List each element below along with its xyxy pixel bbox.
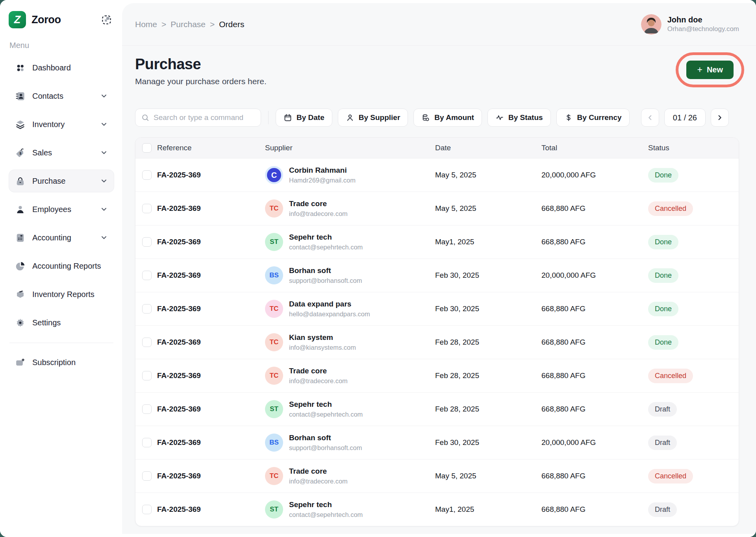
order-date: Feb 30, 2025 [430,304,537,313]
pagination: 01 / 26 [641,109,729,127]
breadcrumb-separator: > [210,20,215,29]
supplier-email: info@tradecore.com [289,210,348,218]
row-checkbox[interactable] [142,271,152,280]
sidebar-item-employees[interactable]: Employees [9,198,114,221]
select-all-checkbox[interactable] [142,143,152,153]
row-checkbox[interactable] [142,438,152,447]
user-email: Orhan@technology.com [667,25,739,33]
status-badge: Done [648,302,678,316]
supplier-email: contact@sepehrtech.com [289,511,363,519]
row-checkbox[interactable] [142,404,152,414]
reference-value: FA-2025-369 [157,472,201,480]
new-order-button[interactable]: + New [686,61,734,79]
supplier-name: Trade core [289,199,348,208]
sidebar-item-settings[interactable]: Settings [9,311,114,334]
table-row[interactable]: FA-2025-369 ST Sepehr tech contact@sepeh… [135,225,739,258]
order-total: 668,880 AFG [537,304,645,313]
row-checkbox[interactable] [142,170,152,180]
reference-value: FA-2025-369 [157,304,201,313]
table-row[interactable]: FA-2025-369 TC Trade core info@tradecore… [135,192,739,225]
order-date: Feb 28, 2025 [430,371,537,380]
search-box[interactable] [135,109,261,127]
user-menu[interactable]: John doe Orhan@technology.com [641,14,739,35]
table-row[interactable]: FA-2025-369 BS Borhan soft support@borha… [135,426,739,459]
status-badge: Done [648,335,678,350]
pie-chart-icon [15,261,26,271]
sidebar-item-inventory-reports[interactable]: Inventory Reports [9,283,114,306]
breadcrumb-home[interactable]: Home [135,20,157,29]
table-row[interactable]: FA-2025-369 C Corbin Rahmani Hamdr269@gm… [135,158,739,192]
table-row[interactable]: FA-2025-369 ST Sepehr tech contact@sepeh… [135,493,739,526]
table-row[interactable]: FA-2025-369 TC Trade core info@tradecore… [135,359,739,392]
order-date: Feb 30, 2025 [430,271,537,280]
page-subtitle: Manage your purchase orders here. [135,76,267,87]
employees-icon [15,204,26,215]
order-total: 668,880 AFG [537,338,645,347]
status-badge: Draft [648,402,677,417]
table-row[interactable]: FA-2025-369 TC Kian system info@kiansyst… [135,325,739,359]
sidebar-item-label: Accounting [32,233,71,242]
sidebar-item-inventory[interactable]: Inventory [9,113,114,136]
row-checkbox[interactable] [142,371,152,380]
sidebar-item-accounting[interactable]: Accounting [9,226,114,249]
filter-by-status-button[interactable]: By Status [487,109,551,127]
sidebar-item-contacts[interactable]: Contacts [9,85,114,107]
supplier-name: Trade core [289,467,348,476]
next-page-button[interactable] [711,109,729,127]
table-row[interactable]: FA-2025-369 TC Data expand pars hello@da… [135,292,739,325]
order-total: 20,000,000 AFG [537,171,645,179]
supplier-avatar: C [265,166,283,184]
filter-by-date-button[interactable]: By Date [276,109,332,127]
sidebar-item-purchase[interactable]: Purchase [9,170,114,192]
collapse-sidebar-icon [101,15,112,25]
sidebar-item-label: Inventory Reports [32,290,94,299]
supplier-name: Borhan soft [289,434,362,442]
row-checkbox[interactable] [142,338,152,347]
reference-value: FA-2025-369 [157,371,201,380]
chevron-down-icon [100,234,108,242]
breadcrumb-orders: Orders [219,20,244,29]
supplier-name: Sepehr tech [289,400,363,409]
status-badge: Done [648,268,678,283]
filter-by-supplier-button[interactable]: By Supplier [338,109,408,127]
sidebar-item-subscription[interactable]: Subscription [9,351,114,374]
supplier-avatar: TC [265,300,283,318]
inventory-layers-icon [15,119,26,130]
filter-by-currency-button[interactable]: By Currency [556,109,630,127]
collapse-sidebar-button[interactable] [98,12,114,28]
sidebar-item-accounting-reports[interactable]: Accounting Reports [9,255,114,277]
status-badge: Cancelled [648,369,693,383]
sidebar-item-label: Employees [32,205,71,214]
status-badge: Draft [648,436,677,450]
supplier-email: support@borhansoft.com [289,444,362,452]
supplier-avatar: TC [265,333,283,351]
reference-value: FA-2025-369 [157,438,201,447]
breadcrumb-separator: > [161,20,166,29]
filter-label: By Supplier [359,113,400,122]
table-row[interactable]: FA-2025-369 ST Sepehr tech contact@sepeh… [135,392,739,426]
row-checkbox[interactable] [142,505,152,514]
filter-by-amount-button[interactable]: By Amount [413,109,482,127]
order-date: May 5, 2025 [430,171,537,179]
row-checkbox[interactable] [142,237,152,247]
person-icon [346,113,354,122]
sidebar-item-dashboard[interactable]: Dashboard [9,56,114,79]
search-input[interactable] [154,113,255,122]
table-row[interactable]: FA-2025-369 BS Borhan soft support@borha… [135,258,739,292]
column-header-total: Total [537,144,645,152]
order-total: 668,880 AFG [537,238,645,246]
breadcrumb-purchase[interactable]: Purchase [170,20,206,29]
dollar-icon [564,113,573,122]
supplier-avatar: BS [265,266,283,284]
purchase-lock-icon [15,176,26,186]
sidebar-item-label: Sales [32,148,52,157]
row-checkbox[interactable] [142,204,152,213]
row-checkbox[interactable] [142,304,152,314]
table-row[interactable]: FA-2025-369 TC Trade core info@tradecore… [135,459,739,493]
status-badge: Done [648,168,678,183]
previous-page-button[interactable] [641,109,659,127]
reference-value: FA-2025-369 [157,405,201,413]
row-checkbox[interactable] [142,471,152,481]
sidebar-divider [9,343,113,343]
sidebar-item-sales[interactable]: $ Sales [9,141,114,164]
